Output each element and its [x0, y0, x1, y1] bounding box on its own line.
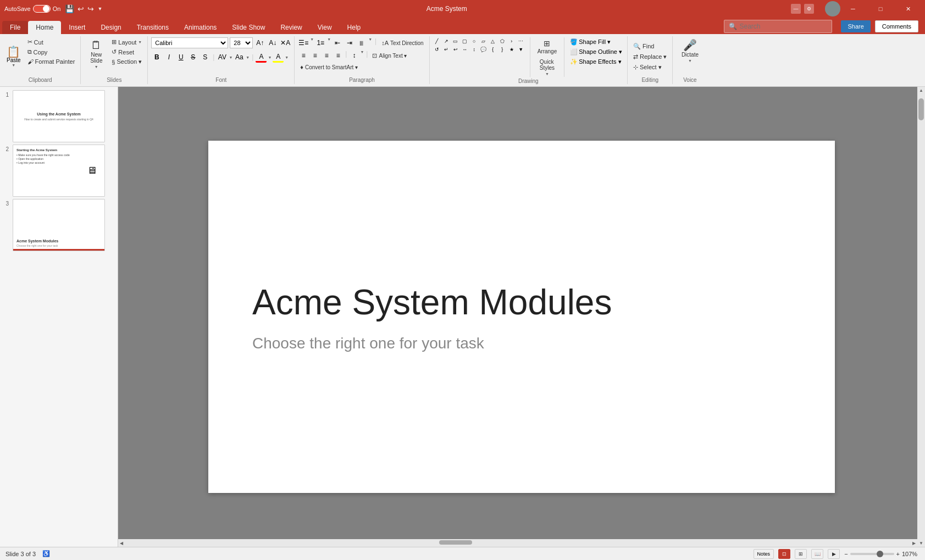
notes-button[interactable]: Notes	[754, 549, 774, 559]
tab-file[interactable]: File	[2, 21, 28, 34]
shape-line[interactable]: ╱	[433, 37, 441, 45]
shape-curved-arrow[interactable]: ↺	[433, 46, 441, 53]
horizontal-scroll-thumb[interactable]	[439, 540, 472, 545]
increase-indent-button[interactable]: ⇥	[344, 37, 355, 48]
scroll-up-arrow[interactable]: ▲	[918, 87, 924, 94]
cut-button[interactable]: ✂ Cut	[25, 37, 77, 47]
numbering-button[interactable]: 1≡	[315, 37, 326, 48]
align-right-button[interactable]: ≡	[321, 50, 332, 61]
tab-animations[interactable]: Animations	[176, 21, 224, 34]
reset-button[interactable]: ↺ Reset	[109, 47, 144, 57]
shape-outline-button[interactable]: ⬜ Shape Outline ▾	[568, 47, 624, 57]
select-button[interactable]: ⊹ Select ▾	[631, 63, 664, 72]
highlight-button[interactable]: A	[273, 52, 284, 63]
shape-left-right-arrow[interactable]: ↔	[461, 46, 469, 53]
copy-button[interactable]: ⧉ Copy	[25, 47, 77, 57]
increase-font-button[interactable]: A↑	[254, 37, 265, 48]
decrease-font-button[interactable]: A↓	[267, 37, 278, 48]
slide-thumb-2[interactable]: Starting the Acme System • Make sure you…	[13, 145, 105, 197]
columns-button[interactable]: ⫼	[356, 37, 367, 48]
layout-button[interactable]: ⊞ Layout ▼	[109, 37, 144, 47]
slide-item-3[interactable]: 3 Acme System Modules Choose the right o…	[2, 199, 115, 251]
slide-subtitle[interactable]: Choose the right one for your task	[252, 335, 484, 352]
line-spacing-button[interactable]: ↕	[348, 50, 359, 61]
scroll-down-arrow[interactable]: ▼	[918, 540, 924, 547]
font-size-select[interactable]: 28	[230, 37, 253, 48]
scroll-right-arrow[interactable]: ▶	[911, 541, 917, 546]
new-slide-button[interactable]: 🗒 NewSlide ▼	[84, 37, 108, 71]
canvas-area[interactable]: Acme System Modules Choose the right one…	[118, 87, 925, 547]
shape-brace-r[interactable]: }	[498, 46, 506, 53]
ribbon-settings-icon[interactable]: ⚙	[804, 4, 814, 14]
underline-button[interactable]: U	[175, 52, 186, 63]
tab-review[interactable]: Review	[273, 21, 309, 34]
shape-rect[interactable]: ▭	[452, 37, 459, 45]
scroll-thumb[interactable]	[918, 98, 924, 120]
zoom-slider[interactable]	[850, 553, 894, 555]
canvas-scroll-bottom[interactable]: ◀ ▶	[118, 539, 917, 547]
autosave-area[interactable]: AutoSave On	[4, 5, 60, 13]
font-name-select[interactable]: Calibri	[151, 37, 228, 48]
tab-insert[interactable]: Insert	[61, 21, 93, 34]
slide-item-2[interactable]: 2 Starting the Acme System • Make sure y…	[2, 145, 115, 197]
shadow-button[interactable]: S	[200, 52, 211, 63]
undo-icon[interactable]: ↩	[77, 4, 84, 13]
view-normal-button[interactable]: ⊡	[778, 549, 790, 559]
shape-chevron[interactable]: ›	[508, 37, 516, 45]
replace-button[interactable]: ⇄ Replace ▾	[631, 52, 669, 62]
search-input[interactable]	[739, 23, 827, 30]
shape-fill-button[interactable]: 🪣 Shape Fill ▾	[568, 37, 624, 47]
align-left-button[interactable]: ≡	[298, 50, 309, 61]
tab-transitions[interactable]: Transitions	[129, 21, 176, 34]
find-button[interactable]: 🔍 Find	[631, 42, 656, 51]
save-icon[interactable]: 💾	[65, 4, 74, 13]
shape-pentagon[interactable]: ⬠	[498, 37, 506, 45]
new-slide-arrow[interactable]: ▼	[95, 65, 98, 69]
shape-rounded-rect[interactable]: ▢	[461, 37, 469, 45]
view-reading-button[interactable]: 📖	[811, 549, 823, 559]
slide-main-title[interactable]: Acme System Modules	[252, 281, 612, 324]
slide-thumb-3[interactable]: Acme System Modules Choose the right one…	[13, 199, 105, 251]
share-button[interactable]: Share	[841, 20, 870, 32]
align-center-button[interactable]: ≡	[309, 50, 320, 61]
scroll-left-arrow[interactable]: ◀	[118, 541, 125, 546]
canvas-scroll-right[interactable]: ▲ ▼	[917, 87, 925, 547]
shape-up-down-arrow[interactable]: ↕	[470, 46, 478, 53]
decrease-indent-button[interactable]: ⇤	[332, 37, 343, 48]
shape-parallelogram[interactable]: ▱	[480, 37, 488, 45]
shape-callout[interactable]: 💬	[480, 46, 488, 53]
strikethrough-button[interactable]: S	[187, 52, 198, 63]
shape-brace-l[interactable]: {	[489, 46, 497, 53]
bold-button[interactable]: B	[151, 52, 162, 63]
bullets-button[interactable]: ☰≡	[298, 37, 309, 48]
tab-home[interactable]: Home	[28, 21, 61, 34]
justify-button[interactable]: ≡	[333, 50, 344, 61]
shape-star[interactable]: ★	[508, 46, 516, 53]
minimize-button[interactable]: ─	[840, 0, 866, 18]
zoom-in-button[interactable]: +	[896, 551, 900, 557]
text-direction-button[interactable]: ↕A Text Direction	[379, 37, 425, 48]
shape-oval[interactable]: ○	[470, 37, 478, 45]
search-area[interactable]: 🔍	[724, 20, 832, 33]
arrange-button[interactable]: ⊞ Arrange	[534, 37, 561, 57]
slide-item-1[interactable]: 1 Using the Acme System How to create an…	[2, 90, 115, 142]
ribbon-minimize-icon[interactable]: ―	[791, 4, 801, 14]
tab-design[interactable]: Design	[93, 21, 129, 34]
tab-slideshow[interactable]: Slide Show	[224, 21, 273, 34]
zoom-out-button[interactable]: −	[844, 551, 848, 557]
shape-uturn[interactable]: ↩	[452, 46, 459, 53]
shapes-more[interactable]: ⋯	[517, 37, 525, 45]
tab-view[interactable]: View	[310, 21, 340, 34]
zoom-thumb[interactable]	[877, 551, 883, 557]
comments-button[interactable]: Comments	[875, 20, 918, 32]
customize-icon[interactable]: ▼	[97, 6, 102, 12]
view-slide-sorter-button[interactable]: ⊞	[795, 549, 807, 559]
close-button[interactable]: ✕	[895, 0, 921, 18]
paste-dropdown-arrow[interactable]: ▼	[12, 63, 15, 67]
shape-arrow[interactable]: ↗	[442, 37, 450, 45]
redo-icon[interactable]: ↪	[87, 4, 94, 13]
slide-panel[interactable]: 1 Using the Acme System How to create an…	[0, 87, 118, 547]
slide-thumb-1[interactable]: Using the Acme System How to create and …	[13, 90, 105, 142]
change-case-button[interactable]: Aa	[234, 52, 245, 63]
clear-formatting-button[interactable]: ✕A	[280, 37, 291, 48]
